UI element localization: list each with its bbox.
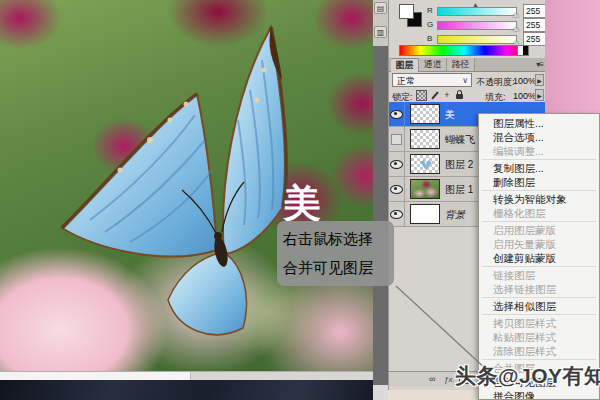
menu-separator (479, 265, 599, 268)
menu-item-链接图层: 链接图层 (479, 268, 599, 282)
menu-separator (479, 313, 599, 316)
channel-slider-G[interactable]: G255 (427, 19, 547, 31)
tab-路径[interactable]: 路径 (447, 58, 475, 71)
menu-separator (479, 296, 599, 299)
tip-line-2: 合并可见图层 (283, 253, 388, 282)
menu-item-转换为智能对象[interactable]: 转换为智能对象 (479, 192, 599, 206)
layer-name[interactable]: 图层 1 (445, 177, 473, 202)
menu-item-选择链接图层: 选择链接图层 (479, 282, 599, 296)
opacity-value[interactable]: 100% (513, 76, 536, 86)
layer-thumbnail[interactable] (410, 129, 440, 149)
channel-label: G (427, 20, 433, 29)
menu-item-清除图层样式: 清除图层样式 (479, 344, 599, 358)
layer-name[interactable]: 背景 (445, 202, 465, 227)
desktop-background-strip (0, 380, 373, 400)
panel-dock-strip: ▤ ▥ (373, 0, 388, 400)
layer-name[interactable]: 图层 2 (445, 152, 473, 177)
slider-thumb-icon[interactable] (513, 13, 519, 17)
lock-transparency-icon[interactable] (415, 89, 427, 101)
visibility-eye-icon[interactable] (389, 177, 405, 202)
menu-item-粘贴图层样式: 粘贴图层样式 (479, 330, 599, 344)
channel-slider-R[interactable]: R255 (427, 5, 547, 17)
menu-item-混合选项[interactable]: 混合选项... (479, 130, 599, 144)
layer-style-fx-icon[interactable]: ƒx. (444, 373, 455, 386)
layer-name[interactable]: 美 (445, 102, 455, 127)
lock-position-icon[interactable]: + (441, 89, 453, 101)
menu-separator (479, 158, 599, 161)
butterfly-thumb-icon (420, 160, 432, 170)
channel-slider-B[interactable]: B255 (427, 33, 547, 45)
canvas-typed-text: 美 (283, 184, 321, 222)
visibility-empty-checkbox[interactable] (389, 127, 405, 152)
layer-context-menu: 图层属性...混合选项...编辑调整...复制图层...删除图层转换为智能对象栅… (478, 113, 600, 400)
menu-item-图层属性[interactable]: 图层属性... (479, 116, 599, 130)
channel-slider-track[interactable] (437, 35, 517, 44)
panel-tabs-bar: ▾≡ 图层通道路径 (389, 58, 546, 72)
color-spectrum-bar[interactable] (399, 45, 529, 56)
tab-图层[interactable]: 图层 (391, 58, 419, 72)
foreground-color-swatch[interactable] (399, 4, 414, 19)
lock-paint-icon[interactable] (429, 89, 441, 101)
tutorial-tip-box: 右击鼠标选择 合并可见图层 (277, 221, 394, 286)
image-canvas[interactable]: 美 (0, 0, 373, 372)
panel-menu-icon[interactable]: ▾≡ (536, 60, 543, 69)
opacity-label: 不透明度: (476, 76, 515, 89)
lock-all-icon[interactable] (453, 89, 465, 101)
layer-thumbnail[interactable] (410, 154, 440, 174)
layer-thumbnail[interactable] (410, 179, 440, 199)
collapsed-panel-icon[interactable]: ▥ (374, 26, 387, 38)
channel-slider-track[interactable] (437, 21, 517, 30)
photoshop-window: 美 ▤ ▥ R255G255B255 ▾≡ 图层通道路径 正常 ∨ 不透明度: … (0, 0, 600, 400)
chevron-down-icon: ∨ (462, 74, 468, 88)
layer-thumbnail[interactable] (410, 104, 440, 124)
menu-item-启用图层蒙版: 启用图层蒙版 (479, 223, 599, 237)
menu-item-删除图层[interactable]: 删除图层 (479, 175, 599, 189)
visibility-eye-icon[interactable] (389, 152, 405, 177)
slider-thumb-icon[interactable] (513, 27, 519, 31)
menu-separator (479, 189, 599, 192)
visibility-eye-icon[interactable] (389, 102, 405, 127)
menu-item-复制图层[interactable]: 复制图层... (479, 161, 599, 175)
scrollbar-up-arrow-icon[interactable]: ▲ (472, 1, 479, 8)
link-layers-icon[interactable]: ∞ (429, 373, 435, 386)
menu-item-栅格化图层: 栅格化图层 (479, 206, 599, 220)
layer-thumbnail[interactable] (410, 204, 440, 224)
layer-name[interactable]: 蝴蝶飞 (445, 127, 475, 152)
menu-item-拷贝图层样式: 拷贝图层样式 (479, 316, 599, 330)
menu-item-选择相似图层[interactable]: 选择相似图层 (479, 299, 599, 313)
menu-item-创建剪贴蒙版[interactable]: 创建剪贴蒙版 (479, 251, 599, 265)
desktop-pink-background (545, 0, 600, 113)
opacity-spinner-arrow-icon[interactable]: ▶ (535, 74, 544, 86)
tip-line-1: 右击鼠标选择 (283, 224, 388, 253)
menu-item-编辑调整: 编辑调整... (479, 144, 599, 158)
collapsed-panel-icon[interactable]: ▤ (374, 2, 387, 14)
channel-label: B (427, 34, 432, 43)
fill-value[interactable]: 100% (513, 91, 536, 101)
channel-label: R (427, 6, 433, 15)
menu-item-启用矢量蒙版: 启用矢量蒙版 (479, 237, 599, 251)
tab-通道[interactable]: 通道 (419, 58, 447, 71)
canvas-horizontal-scrollbar[interactable] (0, 371, 373, 380)
fill-spinner-arrow-icon[interactable]: ▶ (535, 89, 544, 101)
channel-slider-track[interactable] (437, 7, 517, 16)
menu-item-拼合图像[interactable]: 拼合图像 (479, 389, 599, 400)
blend-mode-dropdown[interactable]: 正常 ∨ (392, 73, 472, 87)
menu-separator (479, 220, 599, 223)
menu-separator (479, 358, 599, 361)
watermark-text: 头条@JOY有知 (455, 362, 600, 390)
